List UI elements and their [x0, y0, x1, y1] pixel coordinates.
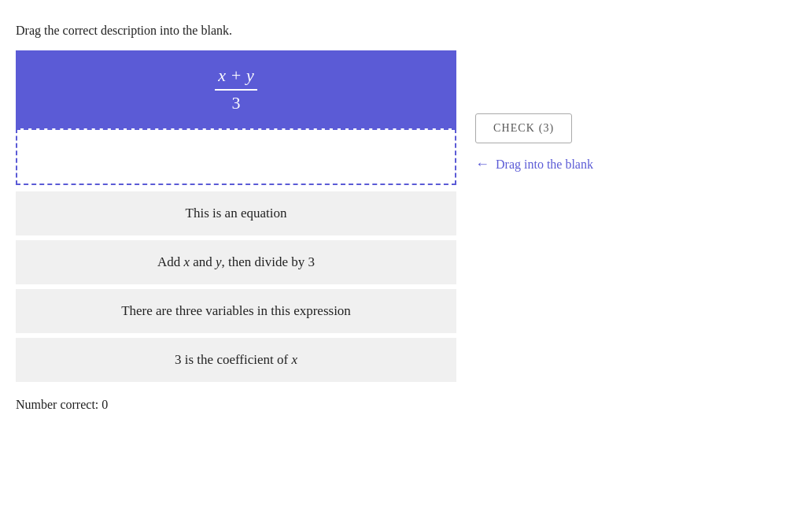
formula-numerator: x + y — [215, 65, 257, 91]
drop-zone[interactable] — [16, 128, 456, 185]
left-panel: x + y 3 This is an equation Add x and y,… — [16, 50, 456, 382]
instruction-text: Drag the correct description into the bl… — [16, 24, 796, 38]
arrow-left-icon: ← — [475, 156, 489, 172]
options-list: This is an equation Add x and y, then di… — [16, 191, 456, 382]
option-item-2[interactable]: Add x and y, then divide by 3 — [16, 240, 456, 284]
drag-hint: ← Drag into the blank — [475, 156, 593, 172]
number-correct-label: Number correct: 0 — [16, 398, 796, 412]
formula-fraction: x + y 3 — [215, 65, 257, 114]
formula-denominator: 3 — [232, 91, 241, 115]
option-item-4[interactable]: 3 is the coefficient of x — [16, 338, 456, 382]
check-button[interactable]: CHECK (3) — [475, 113, 572, 143]
option-item-1[interactable]: This is an equation — [16, 191, 456, 235]
drag-hint-text: Drag into the blank — [496, 158, 593, 172]
main-layout: x + y 3 This is an equation Add x and y,… — [16, 50, 796, 382]
formula-box: x + y 3 — [16, 50, 456, 128]
option-item-3[interactable]: There are three variables in this expres… — [16, 289, 456, 333]
right-panel: CHECK (3) ← Drag into the blank — [475, 50, 593, 172]
